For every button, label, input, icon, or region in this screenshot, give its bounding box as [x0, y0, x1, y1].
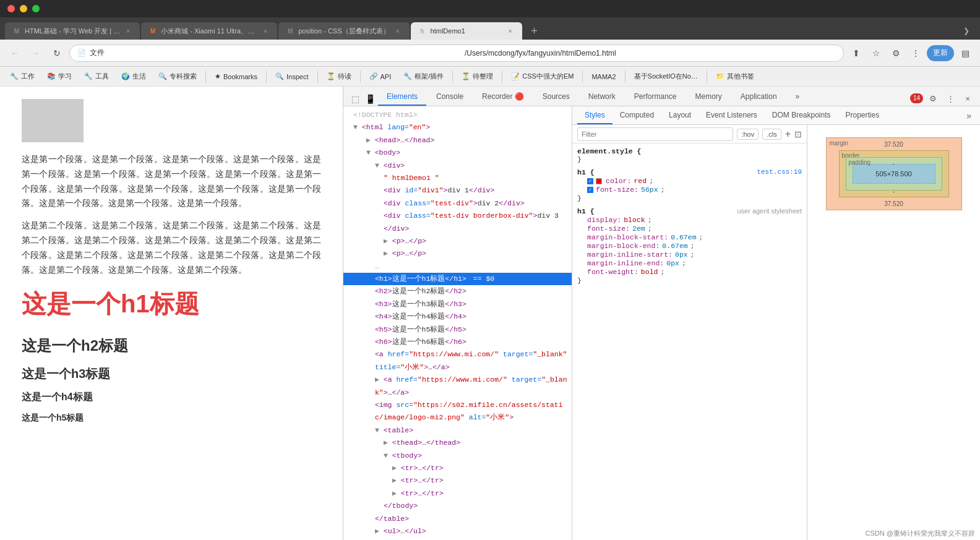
devtools-tab-performance[interactable]: Performance — [625, 88, 686, 106]
bookmark-button[interactable]: ☆ — [867, 45, 885, 62]
tab-bar-expand[interactable]: ❯ — [958, 22, 975, 40]
update-button[interactable]: 更新 — [927, 45, 954, 61]
dom-line-table-close[interactable]: </table> — [343, 513, 572, 525]
devtools-tab-network[interactable]: Network — [580, 88, 624, 106]
tab-html-basics[interactable]: M HTML基础 - 学习 Web 开发 | … × — [5, 22, 140, 40]
dom-line-h3[interactable]: <h3>这是一个h3标题</h3> — [343, 298, 572, 311]
tab-close-1[interactable]: × — [124, 27, 132, 35]
tab-htmldemo1[interactable]: h htmlDemo1 × — [411, 22, 522, 40]
bm-mama2[interactable]: MAMA2 — [587, 69, 621, 84]
dom-line-div[interactable]: ▼ <div> — [343, 160, 572, 172]
address-bar[interactable]: 📄 文件 /Users/mcdong/fyx/fangyuxin/htmlDem… — [69, 45, 844, 62]
settings-button[interactable]: ⋮ — [907, 45, 924, 62]
tab-xiaomi[interactable]: M 小米商城 - Xiaomi 11 Ultra、Re… × — [141, 22, 277, 40]
dom-line-h4[interactable]: <h4>这是一个h4标题</h4> — [343, 311, 572, 323]
bm-search[interactable]: 🔍专科搜索 — [153, 69, 202, 84]
tab-close-4[interactable]: × — [506, 27, 515, 35]
bm-pending2[interactable]: ⏳待整理 — [457, 69, 498, 84]
extensions-button[interactable]: ⚙ — [887, 45, 905, 62]
bm-pending[interactable]: ⏳待读 — [322, 69, 356, 84]
dom-line-a1[interactable]: <a href="https://www.mi.com/" target="_b… — [343, 348, 572, 361]
bm-inspect[interactable]: 🔍Inspect — [270, 69, 313, 84]
dom-expand-tr3[interactable]: ▶ — [392, 489, 397, 497]
bm-tools[interactable]: 🔧工具 — [79, 69, 114, 84]
dom-line-imgb[interactable]: c/image/logo-mi2.png" alt="小米"> — [343, 411, 572, 424]
devtools-settings-icon[interactable]: ⚙ — [926, 91, 940, 106]
devtools-subtab-dom-breakpoints[interactable]: DOM Breakpoints — [765, 107, 838, 124]
new-tab-button[interactable]: + — [526, 22, 543, 40]
dom-line-h1[interactable]: <h1>这是一个h1标题</h1> == $0 — [343, 273, 572, 285]
dom-line-ellipsis[interactable]: … — [343, 260, 572, 273]
dom-line-tbody-close[interactable]: </tbody> — [343, 500, 572, 512]
traffic-light-fullscreen[interactable] — [32, 5, 40, 12]
styles-filter-input[interactable] — [577, 127, 733, 141]
bm-life[interactable]: 🌍生活 — [116, 69, 151, 84]
dom-line-h5[interactable]: <h5>这是一个h5标题</h5> — [343, 324, 572, 336]
devtools-subtab-more[interactable]: » — [963, 111, 975, 121]
dom-expand-tr1[interactable]: ▶ — [392, 464, 397, 472]
dom-expand-html[interactable]: ▼ — [353, 123, 358, 131]
traffic-light-close[interactable] — [7, 5, 15, 12]
dom-expand-body[interactable]: ▼ — [366, 148, 371, 156]
dom-line-body[interactable]: ▼ <body> — [343, 147, 572, 159]
sidebar-toggle-button[interactable]: ▤ — [956, 45, 974, 62]
bm-bookmarks[interactable]: ★Bookmarks — [210, 69, 262, 84]
dom-expand-div[interactable]: ▼ — [375, 161, 379, 169]
devtools-subtab-computed[interactable]: Computed — [612, 107, 661, 124]
devtools-subtab-event-listeners[interactable]: Event Listeners — [698, 107, 765, 124]
dom-line-a2[interactable]: ▶ <a href="https://www.mi.com/" target="… — [343, 374, 572, 386]
dom-line-p2[interactable]: ▶ <p>…</p> — [343, 247, 572, 260]
devtools-tab-console[interactable]: Console — [428, 88, 472, 106]
devtools-subtab-properties[interactable]: Properties — [838, 107, 887, 124]
dom-expand-p1[interactable]: ▶ — [384, 237, 388, 245]
dom-line-a2b[interactable]: k">…</a> — [343, 387, 572, 399]
styles-add-rule-button[interactable]: + — [785, 129, 791, 140]
devtools-subtab-layout[interactable]: Layout — [661, 107, 698, 124]
dom-line-div-close[interactable]: </div> — [343, 223, 572, 235]
back-button[interactable]: ← — [6, 45, 24, 62]
dom-line-htmldemo1[interactable]: " htmlDemo1 " — [343, 172, 572, 184]
tab-close-2[interactable]: × — [261, 27, 270, 35]
bm-study[interactable]: 📚学习 — [42, 69, 77, 84]
dom-line-p1[interactable]: ▶ <p>…</p> — [343, 235, 572, 247]
dom-expand-tbody[interactable]: ▼ — [384, 452, 388, 460]
dom-line-doctype[interactable]: <!DOCTYPE html> — [343, 109, 572, 121]
devtools-close-icon[interactable]: × — [960, 91, 975, 106]
devtools-responsive-icon[interactable]: 📱 — [363, 92, 377, 106]
dom-line-ol[interactable]: ▶ <ol>…</ol> — [343, 538, 572, 540]
dom-line-tr3[interactable]: ▶ <tr>…</tr> — [343, 487, 572, 500]
dom-line-table[interactable]: ▼ <table> — [343, 424, 572, 437]
styles-hov-button[interactable]: :hov — [737, 129, 759, 140]
color-swatch-red[interactable] — [596, 178, 602, 184]
dom-line-tbody[interactable]: ▼ <tbody> — [343, 450, 572, 462]
dom-line-thead[interactable]: ▶ <thead>…</thead> — [343, 437, 572, 449]
dom-expand-a2[interactable]: ▶ — [375, 375, 379, 384]
devtools-subtab-styles[interactable]: Styles — [577, 107, 612, 124]
dom-line-ul[interactable]: ▶ <ul>…</ul> — [343, 525, 572, 538]
styles-cls-button[interactable]: .cls — [762, 129, 781, 140]
devtools-vertical-dots-icon[interactable]: ⋮ — [943, 91, 958, 106]
dom-line-borderbox[interactable]: <div class="test-div borderbox-div">div … — [343, 210, 572, 222]
dom-line-img[interactable]: <img src="https://s02.mifile.cn/assets/s… — [343, 399, 572, 411]
devtools-tab-recorder[interactable]: Recorder 🔴 — [473, 88, 533, 106]
bm-socket[interactable]: 基于SocketIO在No… — [629, 69, 703, 84]
dom-line-h6[interactable]: <h6>这是一个h6标题</h6> — [343, 336, 572, 348]
dom-line-html[interactable]: ▼ <html lang="en"> — [343, 121, 572, 134]
devtools-tab-sources[interactable]: Sources — [534, 88, 578, 106]
prop-checkbox-fontsize[interactable]: ✓ — [587, 187, 593, 193]
dom-expand-ul[interactable]: ▶ — [375, 527, 379, 535]
bm-framework[interactable]: 🔧框架/插件 — [398, 69, 449, 84]
bm-api[interactable]: 🔗API — [364, 69, 397, 84]
bm-other[interactable]: 📁其他书签 — [711, 69, 759, 84]
dom-line-a1b[interactable]: title="小米">…</a> — [343, 361, 572, 374]
bm-css-em[interactable]: 📝CSS中强大的EM — [506, 69, 578, 84]
forward-button[interactable]: → — [27, 45, 45, 62]
dom-line-testdiv[interactable]: <div class="test-div">div 2</div> — [343, 197, 572, 210]
prop-checkbox-color[interactable]: ✓ — [587, 178, 593, 184]
devtools-tab-application[interactable]: Application — [732, 88, 786, 106]
dom-expand-head[interactable]: ▶ — [366, 136, 371, 144]
dom-line-tr1[interactable]: ▶ <tr>…</tr> — [343, 462, 572, 474]
dom-line-h2[interactable]: <h2>这是一个h2标题</h2> — [343, 285, 572, 298]
bm-work[interactable]: 🔧工作 — [5, 69, 40, 84]
devtools-inspect-icon[interactable]: ⬚ — [348, 92, 362, 106]
